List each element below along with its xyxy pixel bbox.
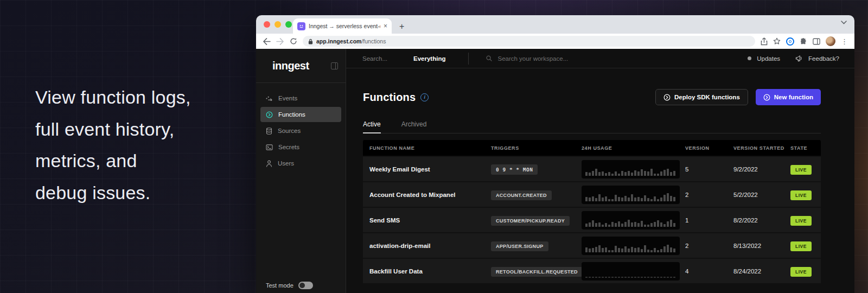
new-tab-button[interactable]: + <box>399 22 404 31</box>
usage-bar <box>663 224 666 227</box>
usage-bar <box>598 172 601 176</box>
usage-bar <box>628 249 630 252</box>
sidebar-item-functions[interactable]: Functions <box>260 107 341 122</box>
functions-icon <box>266 111 273 118</box>
sidebar-item-label: Sources <box>278 128 301 134</box>
list-tabs: Active Archived <box>363 120 821 133</box>
usage-bar <box>611 222 614 227</box>
browser-tab[interactable]: Inngest → serverless event-dri × <box>293 18 392 34</box>
usage-bar <box>592 171 594 176</box>
version-started-value: 5/2/2022 <box>733 192 790 198</box>
search-label[interactable]: Search... <box>362 55 387 62</box>
usage-bar <box>598 277 601 278</box>
usage-bar <box>621 249 623 252</box>
usage-bar <box>644 277 646 278</box>
share-icon[interactable] <box>761 37 768 46</box>
back-icon[interactable] <box>263 38 271 45</box>
inngest-favicon-icon <box>297 22 305 30</box>
close-window-button[interactable] <box>264 21 270 28</box>
usage-bar <box>647 171 649 176</box>
updates-link[interactable]: Updates <box>757 55 780 62</box>
usage-bar <box>618 248 620 252</box>
usage-bar <box>598 194 601 201</box>
info-icon[interactable]: i <box>420 93 429 101</box>
function-name: activation-drip-email <box>369 243 491 249</box>
side-panel-icon[interactable] <box>813 38 820 45</box>
functions-page: Functions i Deploy SDK functions New fun… <box>346 68 854 293</box>
function-name: Account Created to Mixpanel <box>369 192 491 198</box>
usage-bar <box>595 169 597 176</box>
sidebar-item-label: Secrets <box>278 144 299 150</box>
table-row[interactable]: Account Created to Mixpanel ACCOUNT.CREA… <box>363 182 821 207</box>
search-scope-everything[interactable]: Everything <box>413 55 445 62</box>
onepassword-extension-icon[interactable] <box>786 37 794 46</box>
state-badge: LIVE <box>790 241 812 251</box>
usage-bar <box>621 224 623 227</box>
function-name: Weekly Email Digest <box>369 166 491 173</box>
trigger-badge: ACCOUNT.CREATED <box>491 190 552 200</box>
usage-bar <box>650 250 653 252</box>
table-row[interactable]: Backfill User Data RETOOL/BACKFILL.REQUE… <box>363 259 821 283</box>
minimize-window-button[interactable] <box>275 21 281 28</box>
table-row[interactable]: Send SMS CUSTOMER/PICKUP.READY 1 8/2/202… <box>363 208 821 232</box>
topbar-divider <box>468 53 469 65</box>
usage-bar <box>650 277 653 278</box>
bookmark-star-icon[interactable] <box>773 37 781 45</box>
sidebar-item-secrets[interactable]: Secrets <box>260 139 341 155</box>
test-mode-toggle[interactable] <box>298 282 313 289</box>
deploy-icon <box>663 94 671 101</box>
usage-bar <box>602 198 604 201</box>
usage-bar <box>631 247 633 252</box>
kebab-menu-icon[interactable]: ⋮ <box>841 37 848 46</box>
usage-bar <box>585 277 588 278</box>
search-icon <box>486 55 492 61</box>
usage-bar <box>611 250 614 252</box>
profile-avatar[interactable] <box>826 36 835 46</box>
usage-bar <box>628 220 630 227</box>
usage-bar <box>615 171 617 176</box>
hero-line: full event history, <box>35 113 191 145</box>
sidebar-item-sources[interactable]: Sources <box>260 123 341 138</box>
deploy-sdk-button[interactable]: Deploy SDK functions <box>655 89 748 105</box>
trigger-badge: APP/USER.SIGNUP <box>491 241 548 251</box>
header-cell: TRIGGERS <box>491 145 582 151</box>
usage-bar <box>673 171 675 176</box>
usage-bar <box>589 198 591 201</box>
table-row[interactable]: Weekly Email Digest 0 9 * * MON 5 9/2/20… <box>363 157 821 181</box>
usage-bar <box>673 249 675 252</box>
forward-icon[interactable] <box>276 38 284 45</box>
tab-search-chevron-icon[interactable] <box>841 21 847 24</box>
extensions-puzzle-icon[interactable] <box>800 37 807 45</box>
usage-bar <box>628 277 630 278</box>
usage-bar <box>641 249 643 252</box>
table-row[interactable]: activation-drip-email APP/USER.SIGNUP 2 … <box>363 233 821 258</box>
usage-bar <box>624 277 627 278</box>
usage-bar <box>608 225 610 227</box>
functions-table: FUNCTION NAMETRIGGERS24H USAGEVERSIONVER… <box>363 140 821 283</box>
table-header: FUNCTION NAMETRIGGERS24H USAGEVERSIONVER… <box>363 140 821 156</box>
sidebar-collapse-icon[interactable] <box>331 62 338 69</box>
usage-bar <box>598 245 601 252</box>
usage-bar <box>670 277 672 278</box>
sidebar-item-users[interactable]: Users <box>260 156 341 171</box>
tab-archived[interactable]: Archived <box>401 120 427 133</box>
workspace-search-input[interactable]: Search your workspace... <box>497 55 568 62</box>
usage-bar <box>611 277 614 278</box>
new-function-button[interactable]: New function <box>756 89 821 105</box>
table-body: Weekly Email Digest 0 9 * * MON 5 9/2/20… <box>363 157 821 283</box>
tab-close-icon[interactable]: × <box>384 23 387 29</box>
reload-icon[interactable] <box>290 37 297 45</box>
usage-bar <box>654 222 656 227</box>
usage-bar <box>644 225 646 227</box>
version-value: 2 <box>685 243 733 249</box>
tab-active[interactable]: Active <box>363 120 381 133</box>
version-value: 4 <box>685 268 733 275</box>
sidebar-item-events[interactable]: Events <box>260 91 341 106</box>
usage-bar <box>644 171 646 176</box>
maximize-window-button[interactable] <box>285 21 292 28</box>
url-bar[interactable]: app.inngest.com/functions <box>303 36 755 47</box>
usage-bar <box>660 222 662 227</box>
feedback-link[interactable]: Feedback? <box>808 55 839 62</box>
usage-bar <box>660 171 662 176</box>
usage-bar <box>618 197 620 201</box>
